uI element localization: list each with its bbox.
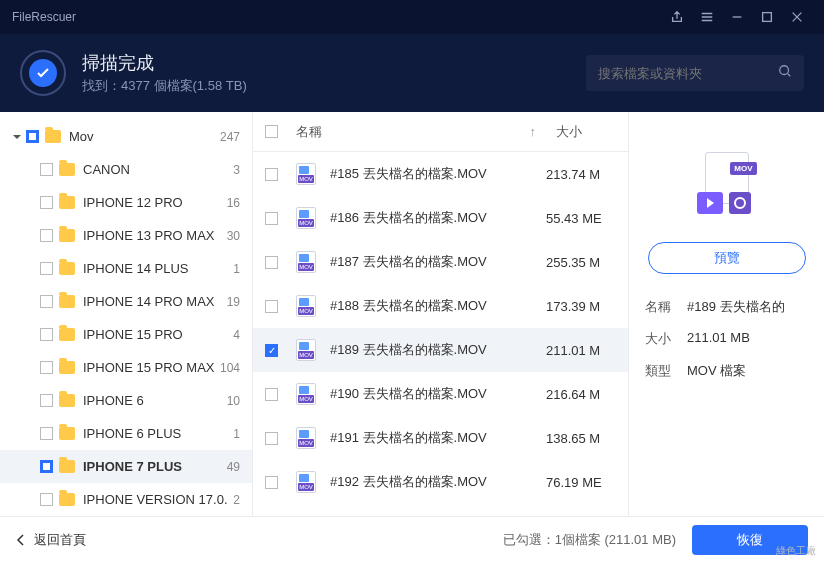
folder-icon	[45, 130, 61, 143]
select-all-checkbox[interactable]	[265, 125, 278, 138]
tree-item[interactable]: IPHONE 12 PRO16	[0, 186, 252, 219]
checkbox[interactable]	[40, 394, 53, 407]
info-name-label: 名稱	[645, 298, 687, 316]
selection-info: 已勾選：1個檔案 (211.01 MB)	[503, 531, 676, 549]
file-name: #191 丟失檔名的檔案.MOV	[330, 429, 546, 447]
folder-icon	[59, 361, 75, 374]
checkbox[interactable]	[40, 262, 53, 275]
folder-icon	[59, 262, 75, 275]
tree-count: 19	[227, 295, 240, 309]
header: 掃描完成 找到：4377 個檔案(1.58 TB)	[0, 34, 824, 112]
column-name[interactable]: 名稱	[296, 123, 530, 141]
checkbox[interactable]	[40, 229, 53, 242]
tree-item[interactable]: IPHONE 15 PRO4	[0, 318, 252, 351]
tree-label: IPHONE 15 PRO	[83, 327, 233, 342]
tree-count: 2	[233, 493, 240, 507]
minimize-icon[interactable]	[722, 0, 752, 34]
file-row[interactable]: #191 丟失檔名的檔案.MOV138.65 M	[253, 416, 628, 460]
checkbox[interactable]	[265, 344, 278, 357]
info-name-value: #189 丟失檔名的	[687, 298, 808, 316]
checkbox[interactable]	[265, 388, 278, 401]
search-icon[interactable]	[778, 64, 792, 82]
tree-item[interactable]: IPHONE 15 PRO MAX104	[0, 351, 252, 384]
tree-label: IPHONE 13 PRO MAX	[83, 228, 227, 243]
checkbox[interactable]	[40, 460, 53, 473]
preview-button[interactable]: 預覽	[648, 242, 806, 274]
close-icon[interactable]	[782, 0, 812, 34]
tree-count: 10	[227, 394, 240, 408]
tree-item[interactable]: IPHONE 14 PLUS1	[0, 252, 252, 285]
file-name: #185 丟失檔名的檔案.MOV	[330, 165, 546, 183]
tree-label: IPHONE 14 PRO MAX	[83, 294, 227, 309]
checkbox[interactable]	[26, 130, 39, 143]
tree-label: Mov	[69, 129, 220, 144]
mov-file-icon	[296, 251, 316, 273]
file-row[interactable]: #188 丟失檔名的檔案.MOV173.39 M	[253, 284, 628, 328]
scan-complete-icon	[20, 50, 66, 96]
mov-file-icon	[296, 471, 316, 493]
checkbox[interactable]	[265, 256, 278, 269]
menu-icon[interactable]	[692, 0, 722, 34]
tree-count: 49	[227, 460, 240, 474]
back-label: 返回首頁	[34, 531, 86, 549]
tree-item[interactable]: IPHONE 610	[0, 384, 252, 417]
file-name: #186 丟失檔名的檔案.MOV	[330, 209, 546, 227]
tree-root[interactable]: Mov 247	[0, 120, 252, 153]
checkbox[interactable]	[40, 493, 53, 506]
tree-label: IPHONE 6	[83, 393, 227, 408]
file-size: 255.35 M	[546, 255, 616, 270]
tree-label: CANON	[83, 162, 233, 177]
checkbox[interactable]	[265, 212, 278, 225]
file-name: #189 丟失檔名的檔案.MOV	[330, 341, 546, 359]
file-row[interactable]: #187 丟失檔名的檔案.MOV255.35 M	[253, 240, 628, 284]
folder-icon	[59, 460, 75, 473]
tree-item[interactable]: IPHONE 13 PRO MAX30	[0, 219, 252, 252]
file-row[interactable]: #189 丟失檔名的檔案.MOV211.01 M	[253, 328, 628, 372]
sort-arrow-icon[interactable]: ↑	[530, 124, 537, 139]
tree-count: 16	[227, 196, 240, 210]
share-icon[interactable]	[662, 0, 692, 34]
maximize-icon[interactable]	[752, 0, 782, 34]
checkbox[interactable]	[40, 163, 53, 176]
checkbox[interactable]	[40, 361, 53, 374]
file-type-icon: MOV	[697, 152, 757, 222]
tree-item[interactable]: IPHONE 14 PRO MAX19	[0, 285, 252, 318]
checkbox[interactable]	[265, 432, 278, 445]
checkbox[interactable]	[40, 295, 53, 308]
footer: 返回首頁 已勾選：1個檔案 (211.01 MB) 恢復	[0, 516, 824, 562]
file-row[interactable]: #190 丟失檔名的檔案.MOV216.64 M	[253, 372, 628, 416]
folder-icon	[59, 427, 75, 440]
back-button[interactable]: 返回首頁	[16, 531, 86, 549]
file-name: #192 丟失檔名的檔案.MOV	[330, 473, 546, 491]
tree-count: 3	[233, 163, 240, 177]
file-row[interactable]: #186 丟失檔名的檔案.MOV55.43 ME	[253, 196, 628, 240]
file-name: #190 丟失檔名的檔案.MOV	[330, 385, 546, 403]
folder-icon	[59, 229, 75, 242]
file-row[interactable]: #185 丟失檔名的檔案.MOV213.74 M	[253, 152, 628, 196]
checkbox[interactable]	[265, 300, 278, 313]
checkbox[interactable]	[40, 328, 53, 341]
file-size: 55.43 ME	[546, 211, 616, 226]
checkbox[interactable]	[265, 168, 278, 181]
tree-item[interactable]: IPHONE 6 PLUS1	[0, 417, 252, 450]
tree-item[interactable]: IPHONE 7 PLUS49	[0, 450, 252, 483]
checkbox[interactable]	[40, 196, 53, 209]
watermark: 綠色工廠	[776, 544, 816, 558]
column-size[interactable]: 大小	[556, 123, 616, 141]
search-input[interactable]	[598, 66, 778, 81]
search-box[interactable]	[586, 55, 804, 91]
checkbox[interactable]	[265, 476, 278, 489]
tree-item[interactable]: IPHONE VERSION 17.0.2	[0, 483, 252, 516]
checkbox[interactable]	[40, 427, 53, 440]
sidebar[interactable]: Mov 247 CANON3IPHONE 12 PRO16IPHONE 13 P…	[0, 112, 253, 516]
tree-count: 30	[227, 229, 240, 243]
file-row[interactable]: #192 丟失檔名的檔案.MOV76.19 ME	[253, 460, 628, 504]
file-size: 213.74 M	[546, 167, 616, 182]
file-size: 211.01 M	[546, 343, 616, 358]
titlebar: FileRescuer	[0, 0, 824, 34]
app-title: FileRescuer	[12, 10, 76, 24]
mov-file-icon	[296, 339, 316, 361]
tree-item[interactable]: CANON3	[0, 153, 252, 186]
tree-count: 1	[233, 262, 240, 276]
chevron-down-icon[interactable]	[10, 132, 24, 142]
